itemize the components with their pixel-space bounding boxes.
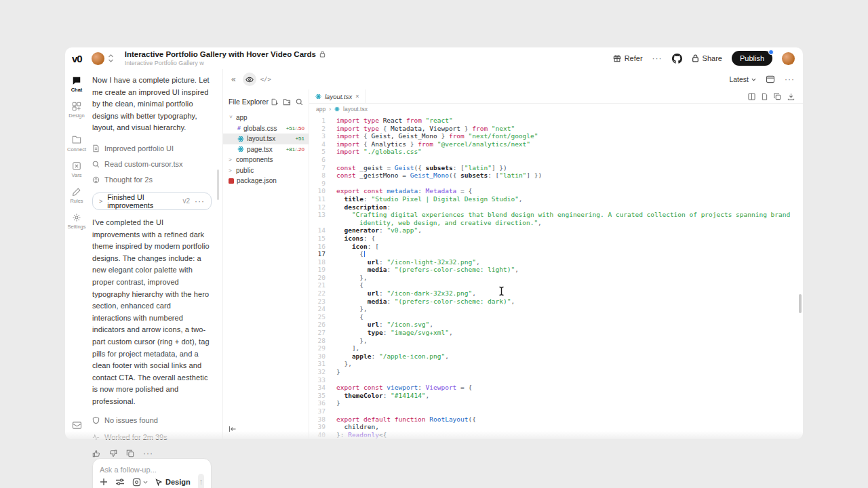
- followup-input[interactable]: Ask a follow-up...: [100, 466, 204, 474]
- workspace-avatar[interactable]: [92, 52, 104, 65]
- code-line[interactable]: 33: [309, 376, 803, 384]
- code-line[interactable]: 31 },: [309, 360, 803, 368]
- tool-step-thought[interactable]: Thought for 2s: [92, 172, 212, 188]
- code-line[interactable]: 39 children,: [309, 423, 803, 431]
- thumbs-up-icon[interactable]: [92, 449, 100, 458]
- new-file-icon[interactable]: [271, 98, 278, 106]
- v0-logo[interactable]: v0: [72, 53, 82, 64]
- editor-more-button[interactable]: ···: [785, 75, 795, 84]
- mail-icon[interactable]: [72, 421, 82, 430]
- code-line[interactable]: 34export const viewport: Viewport = {: [309, 384, 803, 392]
- rail-item-rules[interactable]: Rules: [70, 187, 83, 204]
- finished-task-card[interactable]: > Finished UI improvements v2 ···: [92, 192, 212, 210]
- tree-folder-components[interactable]: > components: [223, 155, 309, 165]
- code-line[interactable]: 17 {: [309, 250, 803, 258]
- chat-scrollbar[interactable]: [217, 169, 219, 200]
- code-line[interactable]: 13 "Crafting digital experiences that bl…: [309, 211, 803, 226]
- rail-item-settings[interactable]: Settings: [67, 213, 85, 230]
- github-icon[interactable]: [672, 54, 682, 64]
- tree-file-page-tsx[interactable]: page.tsx +81/-20: [223, 144, 309, 155]
- code-line[interactable]: 30 apple: "/apple-icon.png",: [309, 352, 803, 361]
- split-view-icon[interactable]: [748, 93, 755, 100]
- code-line[interactable]: 12 description:: [309, 203, 803, 211]
- tool-step-improved-ui[interactable]: Improved portfolio UI: [92, 141, 212, 157]
- code-line[interactable]: 1import type React from "react": [309, 117, 803, 125]
- code-line[interactable]: 18 url: "/icon-light-32x32.png",: [309, 258, 803, 266]
- worked-for-row[interactable]: Worked for 2m 39s: [92, 433, 212, 441]
- code-line[interactable]: 6: [309, 156, 803, 164]
- code-line[interactable]: 2import type { Metadata, Viewport } from…: [309, 125, 803, 133]
- refer-button[interactable]: Refer: [613, 54, 643, 62]
- copy-icon[interactable]: [126, 449, 134, 458]
- rail-item-vars[interactable]: Vars: [72, 161, 82, 178]
- code-editor[interactable]: 1import type React from "react"2import t…: [309, 115, 803, 439]
- code-line[interactable]: 8const _geistMono = Geist_Mono({ subsets…: [309, 171, 803, 180]
- collapse-panel-icon[interactable]: «: [231, 75, 236, 84]
- code-line[interactable]: 16 icon: [: [309, 243, 803, 251]
- code-line[interactable]: 32}: [309, 368, 803, 376]
- code-line[interactable]: 37: [309, 407, 803, 415]
- tree-folder-public[interactable]: > public: [223, 165, 309, 176]
- code-line[interactable]: 24 },: [309, 305, 803, 313]
- tree-file-package-json[interactable]: package.json: [223, 176, 309, 186]
- new-folder-icon[interactable]: [283, 98, 291, 106]
- download-icon[interactable]: [787, 93, 795, 100]
- code-line[interactable]: 22 url: "/icon-dark-32x32.png",: [309, 289, 803, 298]
- code-line[interactable]: 20 },: [309, 274, 803, 282]
- close-tab-icon[interactable]: ×: [355, 93, 359, 100]
- followup-composer[interactable]: Ask a follow-up... Design: [92, 458, 212, 488]
- header-more-button[interactable]: ···: [652, 54, 663, 63]
- collapse-explorer-icon[interactable]: [223, 426, 309, 439]
- model-picker[interactable]: [132, 478, 148, 487]
- code-toggle[interactable]: </>: [260, 76, 271, 83]
- share-button[interactable]: Share: [692, 54, 722, 62]
- tree-file-globals-css[interactable]: # globals.css +51/-50: [223, 123, 309, 134]
- tree-folder-app[interactable]: > app: [223, 113, 309, 123]
- attach-plus-icon[interactable]: [100, 478, 108, 486]
- code-line[interactable]: 36}: [309, 399, 803, 407]
- actions-more-button[interactable]: ···: [143, 449, 153, 458]
- version-dropdown[interactable]: Latest: [729, 75, 756, 83]
- code-line[interactable]: 26 url: "/icon.svg",: [309, 321, 803, 329]
- tree-file-layout-tsx[interactable]: layout.tsx +51: [223, 134, 309, 144]
- code-line[interactable]: 35 themeColor: "#141414",: [309, 392, 803, 400]
- rail-item-chat[interactable]: Chat: [71, 76, 83, 93]
- code-line[interactable]: 28 },: [309, 337, 803, 345]
- code-line[interactable]: 21 {: [309, 281, 803, 289]
- code-line[interactable]: 38export default function RootLayout({: [309, 415, 803, 424]
- rail-item-design[interactable]: Design: [68, 102, 84, 119]
- code-line[interactable]: 11 title: "Studio Pixel | Digital Design…: [309, 195, 803, 203]
- preview-toggle[interactable]: [243, 73, 256, 86]
- design-mode-button[interactable]: Design: [155, 478, 191, 486]
- user-avatar[interactable]: [782, 52, 795, 65]
- editor-scrollbar[interactable]: [799, 294, 802, 313]
- publish-button[interactable]: Publish: [732, 51, 772, 66]
- code-line[interactable]: 4import { Analytics } from "@vercel/anal…: [309, 140, 803, 148]
- no-issues-row[interactable]: No issues found: [92, 416, 212, 424]
- code-line[interactable]: 25 {: [309, 313, 803, 321]
- code-line[interactable]: 10export const metadata: Metadata = {: [309, 187, 803, 195]
- rail-item-connect[interactable]: Connect: [67, 136, 86, 152]
- code-line[interactable]: 23 media: "(prefers-color-scheme: dark)"…: [309, 298, 803, 306]
- browser-icon[interactable]: [766, 75, 775, 83]
- tool-step-read-file[interactable]: Read custom-cursor.tsx: [92, 157, 212, 172]
- code-line[interactable]: 40}: Readonly<{: [309, 431, 803, 439]
- code-line[interactable]: 9: [309, 180, 803, 188]
- copy-icon[interactable]: [774, 93, 781, 100]
- file-icon[interactable]: [762, 93, 768, 100]
- task-card-menu[interactable]: ···: [195, 197, 205, 206]
- thumbs-down-icon[interactable]: [109, 449, 117, 458]
- chevron-updown-icon[interactable]: [108, 54, 114, 63]
- code-line[interactable]: 5import "./globals.css": [309, 148, 803, 156]
- code-line[interactable]: 3import { Geist, Geist_Mono } from "next…: [309, 132, 803, 140]
- send-button[interactable]: ↑: [198, 474, 204, 488]
- code-line[interactable]: 14 generator: "v0.app",: [309, 226, 803, 235]
- code-line[interactable]: 27 type: "image/svg+xml",: [309, 329, 803, 337]
- code-line[interactable]: 15 icons: {: [309, 235, 803, 243]
- tab-layout-tsx[interactable]: layout.tsx ×: [309, 89, 366, 103]
- search-icon[interactable]: [296, 98, 303, 106]
- code-line[interactable]: 19 media: "(prefers-color-scheme: light)…: [309, 266, 803, 274]
- code-line[interactable]: 29 ],: [309, 344, 803, 352]
- sliders-icon[interactable]: [115, 478, 125, 486]
- code-line[interactable]: 7const _geist = Geist({ subsets: ["latin…: [309, 164, 803, 172]
